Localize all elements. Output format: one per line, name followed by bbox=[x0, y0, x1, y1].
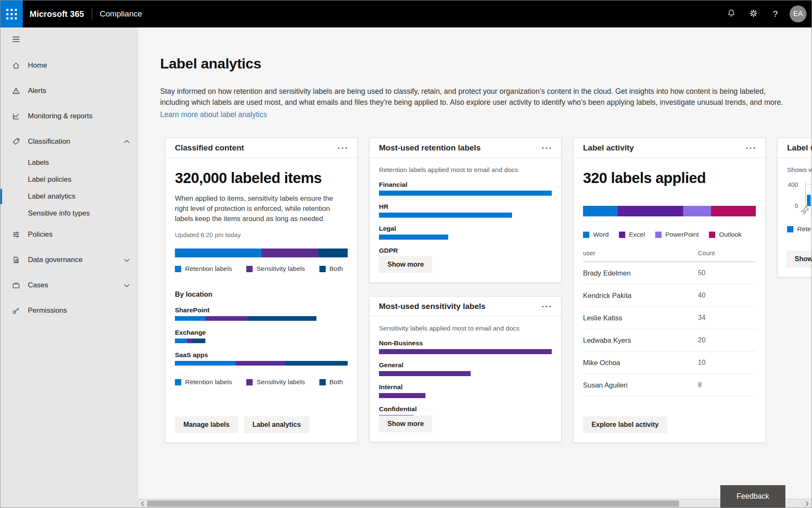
explore-label-activity-button[interactable]: Explore label activity bbox=[583, 416, 667, 433]
legend-item: Retention labels bbox=[175, 378, 232, 386]
user-name: Kendrick Pakita bbox=[583, 292, 698, 300]
scrollbar-thumb[interactable] bbox=[147, 500, 679, 507]
legend-item: Outlook bbox=[709, 231, 741, 238]
scroll-left-button[interactable] bbox=[139, 499, 146, 508]
activity-table: user Count Brady Edelmen 50 Kendrick Pak… bbox=[583, 249, 756, 396]
bar-label: Confidential bbox=[379, 405, 552, 413]
sidebar-item-label: Sensitive info types bbox=[28, 209, 90, 218]
sidebar-item-label-policies[interactable]: Label policies bbox=[0, 171, 138, 188]
sidebar-item-alerts[interactable]: Alerts bbox=[0, 78, 138, 104]
alert-icon bbox=[12, 87, 20, 95]
bar-label: Legal bbox=[379, 225, 552, 232]
legend-label: Excel bbox=[629, 231, 645, 238]
legend-item: Excel bbox=[619, 231, 645, 238]
section-title: Compliance bbox=[100, 9, 142, 19]
label-analytics-button[interactable]: Label analytics bbox=[244, 416, 309, 433]
most-used-retention-labels-card: Most-used retention labels ··· Retention… bbox=[369, 138, 561, 283]
document-lock-icon bbox=[12, 256, 20, 264]
sidebar-item-permissions[interactable]: Permissions bbox=[0, 298, 138, 323]
sidebar-item-home[interactable]: Home bbox=[0, 53, 138, 78]
sidebar-item-cases[interactable]: Cases bbox=[0, 273, 138, 298]
show-more-button[interactable]: Show bbox=[786, 251, 812, 268]
financial-bar bbox=[379, 191, 552, 196]
label-count: 40 bbox=[698, 292, 756, 299]
feedback-button[interactable]: Feedback bbox=[720, 485, 785, 508]
general-bar bbox=[379, 371, 552, 376]
sharepoint-bar bbox=[175, 316, 348, 321]
topbar: Microsoft 365 Compliance ? EA bbox=[0, 0, 812, 27]
horizontal-scrollbar bbox=[138, 499, 812, 508]
retention-segment bbox=[175, 361, 236, 366]
sidebar-item-sensitive-info-types[interactable]: Sensitive info types bbox=[0, 205, 138, 222]
card-actions: Show bbox=[786, 251, 812, 268]
learn-more-link[interactable]: Learn more about label analytics bbox=[160, 110, 267, 119]
show-more-button[interactable]: Show more bbox=[379, 415, 432, 432]
card-title: Most-used retention labels bbox=[379, 143, 481, 153]
help-icon: ? bbox=[773, 9, 778, 19]
legend-item: Both bbox=[319, 265, 343, 273]
more-options-icon[interactable]: ··· bbox=[540, 144, 554, 152]
card-description: When applied to items, sensitivity label… bbox=[175, 193, 342, 224]
labels-applied-headline: 320 labels applied bbox=[583, 169, 756, 186]
more-options-icon[interactable]: ··· bbox=[540, 302, 554, 311]
gridline bbox=[807, 184, 812, 185]
show-more-button[interactable]: Show more bbox=[379, 256, 432, 273]
sidebar-item-label: Labels bbox=[28, 158, 49, 167]
sidebar-item-policies[interactable]: Policies bbox=[0, 222, 138, 247]
more-options-icon[interactable]: ··· bbox=[744, 144, 758, 152]
sidebar-nav: Home Alerts Monitoring & reports Classif… bbox=[0, 27, 138, 508]
bar-label: Internal bbox=[379, 383, 552, 391]
sidebar-item-label: Cases bbox=[28, 281, 48, 290]
sidebar-collapse-button[interactable] bbox=[0, 27, 138, 53]
card-body: Shows wh 400 0 3/2 Rete bbox=[778, 166, 812, 233]
settings-button[interactable] bbox=[742, 0, 764, 27]
avatar-initials: EA bbox=[793, 10, 803, 18]
scroll-right-button[interactable] bbox=[803, 499, 811, 508]
help-button[interactable]: ? bbox=[764, 0, 786, 27]
sensitivity-segment bbox=[236, 361, 285, 366]
location-label: Exchange bbox=[175, 329, 348, 336]
both-segment bbox=[193, 339, 205, 343]
table-row: Leslie Katiss 34 bbox=[583, 307, 756, 329]
account-avatar[interactable]: EA bbox=[790, 5, 807, 22]
sidebar-item-classification[interactable]: Classification bbox=[0, 129, 138, 154]
more-options-icon[interactable]: ··· bbox=[336, 144, 350, 152]
sidebar-item-label: Home bbox=[28, 61, 47, 70]
sidebar-item-label-analytics[interactable]: Label analytics bbox=[0, 188, 138, 205]
label-count: 8 bbox=[698, 381, 756, 389]
card-header: Most-used retention labels ··· bbox=[370, 138, 561, 158]
sidebar-item-data-governance[interactable]: Data governance bbox=[0, 247, 138, 273]
location-label: SharePoint bbox=[175, 306, 348, 314]
app-launcher-button[interactable] bbox=[0, 0, 23, 27]
non-business-bar bbox=[379, 349, 552, 354]
chevron-down-icon bbox=[124, 256, 130, 264]
card-title: Label activity bbox=[583, 143, 634, 153]
label-count: 50 bbox=[698, 269, 756, 277]
notifications-button[interactable] bbox=[720, 0, 742, 27]
card-title: Classified content bbox=[175, 143, 244, 153]
tag-icon bbox=[12, 137, 20, 146]
both-segment bbox=[248, 316, 316, 321]
legend: Retention labels Sensitivity labels Both bbox=[175, 378, 348, 386]
card-body: Sensitivity labels applied most to email… bbox=[370, 325, 561, 420]
sidebar-item-label: Permissions bbox=[28, 306, 67, 315]
sidebar-item-label: Monitoring & reports bbox=[28, 112, 93, 120]
bar-label: GDPR bbox=[379, 247, 552, 254]
outlook-segment bbox=[711, 206, 756, 216]
hr-bar bbox=[379, 213, 552, 218]
table-row: Mike Ochoa 10 bbox=[583, 352, 756, 374]
manage-labels-button[interactable]: Manage labels bbox=[175, 416, 238, 433]
page-title: Label analytics bbox=[160, 55, 261, 72]
x-axis-tick-label: 3/2 bbox=[800, 205, 810, 216]
legend-label: Sensitivity labels bbox=[256, 378, 305, 386]
sidebar-item-labels[interactable]: Labels bbox=[0, 154, 138, 171]
table-row: Ledwaba Kyers 20 bbox=[583, 329, 756, 352]
cards-row: Classified content ··· 320,000 labeled i… bbox=[165, 138, 812, 443]
sidebar-item-monitoring-reports[interactable]: Monitoring & reports bbox=[0, 104, 138, 129]
usage-mini-chart: 400 0 3/2 bbox=[787, 179, 812, 225]
card-subtitle: Shows wh bbox=[787, 166, 812, 174]
excel-swatch bbox=[619, 232, 625, 238]
card-actions: Explore label activity bbox=[583, 416, 667, 433]
label-activity-card: Label activity ··· 320 labels applied Wo… bbox=[573, 138, 766, 443]
both-segment bbox=[318, 249, 348, 257]
